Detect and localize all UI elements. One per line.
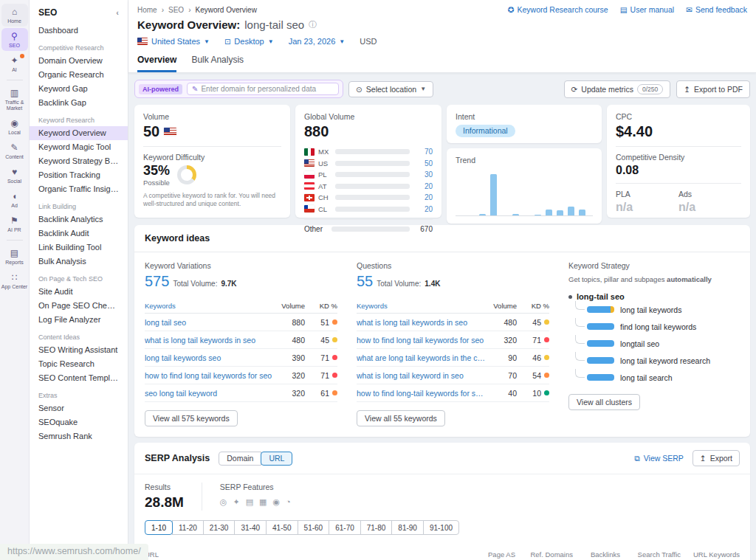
rail-item-ai[interactable]: ✦AI <box>1 52 28 75</box>
sidebar-item-position-tracking[interactable]: Position Tracking <box>30 168 128 182</box>
page-button-41-50[interactable]: 41-50 <box>266 520 298 535</box>
keyword-link[interactable]: what is long tail keyword in seo <box>357 371 486 380</box>
export-button[interactable]: ↥ Export <box>693 450 740 466</box>
view-all-keywords-button[interactable]: View all 55 keywords <box>357 410 445 426</box>
rail-item-reports[interactable]: ▤Reports <box>1 245 28 268</box>
sidebar-item-log-file-analyzer[interactable]: Log File Analyzer <box>30 313 128 327</box>
keyword-row: long tail seo88051 <box>145 314 337 331</box>
sidebar-item-organic-research[interactable]: Organic Research <box>30 68 128 82</box>
export-to-pdf-button[interactable]: ↥ Export to PDF <box>676 80 750 98</box>
cluster-item[interactable]: long tail keywords <box>575 301 740 318</box>
sidebar-item-seo-content-template[interactable]: SEO Content Template <box>30 371 128 385</box>
sidebar-item-seoquake[interactable]: SEOquake <box>30 415 128 429</box>
domain-url-toggle: DomainURL <box>219 452 292 466</box>
keyword-link[interactable]: seo long tail keyword <box>145 389 274 398</box>
chevron-down-icon: ▼ <box>339 38 345 45</box>
keyword-ideas-card: Keyword ideas Keyword Variations575Total… <box>134 225 750 437</box>
rail-item-ad[interactable]: ◖Ad <box>1 188 28 211</box>
keyword-link[interactable]: long tail seo <box>145 318 274 327</box>
sidebar-item-site-audit[interactable]: Site Audit <box>30 285 128 299</box>
sidebar-item-topic-research[interactable]: Topic Research <box>30 357 128 371</box>
rail-item-local[interactable]: ◉Local <box>1 115 28 138</box>
sidebar-item-backlink-analytics[interactable]: Backlink Analytics <box>30 212 128 227</box>
toggle-url[interactable]: URL <box>261 452 292 466</box>
results-block: Results 28.8M <box>145 483 202 511</box>
page-button-31-40[interactable]: 31-40 <box>234 520 267 535</box>
rail-item-seo[interactable]: ⚲SEO <box>1 28 28 51</box>
keyword-link[interactable]: what is long tail keywords in seo <box>357 318 486 327</box>
sidebar-item-keyword-overview[interactable]: Keyword Overview <box>30 126 128 140</box>
send-feedback-link[interactable]: ✉Send feedback <box>686 5 747 14</box>
domain-input[interactable] <box>201 85 334 93</box>
intent-badge: Informational <box>456 125 515 137</box>
sidebar-item-keyword-magic-tool[interactable]: Keyword Magic Tool <box>30 140 128 154</box>
page-button-11-20[interactable]: 11-20 <box>172 520 204 535</box>
help-links: ✪Keyword Research course▤User manual✉Sen… <box>508 5 747 14</box>
keyword-variations-section: Keyword Variations575Total Volume: 9.7KK… <box>145 261 337 426</box>
sidebar-item-backlink-audit[interactable]: Backlink Audit <box>30 227 128 241</box>
update-metrics-button[interactable]: ⟳ Update metrics 0/250 <box>564 80 671 98</box>
cluster-bar-icon <box>587 323 614 330</box>
toggle-domain[interactable]: Domain <box>219 452 261 466</box>
sidebar-item-link-building-tool[interactable]: Link Building Tool <box>30 241 128 255</box>
date-filter[interactable]: Jan 23, 2026▼ <box>289 37 346 46</box>
global-volume-row: CL20 <box>304 204 433 215</box>
rail-item-ai-pr[interactable]: ⚑AI PR <box>1 212 28 235</box>
rail-item-social[interactable]: ♥Social <box>1 164 28 187</box>
breadcrumb-item[interactable]: SEO <box>168 6 184 14</box>
sidebar-item-on-page-seo-checker[interactable]: On Page SEO Checker <box>30 299 128 313</box>
sidebar-item-dashboard[interactable]: Dashboard <box>30 24 128 38</box>
sidebar-item-keyword-gap[interactable]: Keyword Gap <box>30 82 128 96</box>
keyword-link[interactable]: long tail keywords seo <box>145 353 274 362</box>
sidebar-item-semrush-rank[interactable]: Semrush Rank <box>30 429 128 443</box>
page-button-61-70[interactable]: 61-70 <box>329 520 361 535</box>
select-location-dropdown[interactable]: ⊙ Select location ▼ <box>348 81 433 97</box>
page-button-1-10[interactable]: 1-10 <box>145 520 173 535</box>
keyword-link[interactable]: what is long tail keywords in seo <box>145 336 274 345</box>
page-button-71-80[interactable]: 71-80 <box>360 520 393 535</box>
page-button-21-30[interactable]: 21-30 <box>203 520 236 535</box>
sidebar-item-domain-overview[interactable]: Domain Overview <box>30 54 128 68</box>
tab-bulk-analysis[interactable]: Bulk Analysis <box>191 55 244 72</box>
rail-item-app-center[interactable]: ∷App Center <box>1 269 28 292</box>
page-button-91-100[interactable]: 91-100 <box>423 520 459 535</box>
rail-item-label: Home <box>7 18 21 24</box>
sidebar-item-seo-writing-assistant[interactable]: SEO Writing Assistant <box>30 343 128 357</box>
view-all-keywords-button[interactable]: View all 575 keywords <box>145 410 238 426</box>
breadcrumb-item[interactable]: Home <box>137 6 157 14</box>
us-flag-icon <box>304 159 315 167</box>
sidebar-item-sensor[interactable]: Sensor <box>30 401 128 415</box>
collapse-sidebar-button[interactable]: ‹ <box>116 8 119 17</box>
cluster-item[interactable]: longtail seo <box>575 335 740 352</box>
sidebar-section-heading: On Page & Tech SEO <box>30 269 128 285</box>
trend-label: Trend <box>456 156 593 165</box>
cluster-item[interactable]: find long tail keywords <box>575 318 740 335</box>
sidebar-item-backlink-gap[interactable]: Backlink Gap <box>30 96 128 110</box>
view-all-clusters-button[interactable]: View all clusters <box>568 394 640 410</box>
cluster-item[interactable]: long tail search <box>575 369 740 386</box>
sidebar-item-bulk-analysis[interactable]: Bulk Analysis <box>30 255 128 269</box>
rail-item-home[interactable]: ⌂Home <box>1 4 28 27</box>
keyword-row: how to find long-tail keywords for saas … <box>357 384 549 402</box>
user-manual-link[interactable]: ▤User manual <box>620 5 674 14</box>
sidebar-item-organic-traffic-insights[interactable]: Organic Traffic Insights <box>30 182 128 196</box>
device-filter[interactable]: ⊡ Desktop▼ <box>224 37 274 46</box>
keyword-link[interactable]: how to find long tail keywords for seo <box>357 336 486 345</box>
cluster-bar-icon <box>587 374 614 381</box>
view-serp-link[interactable]: ⧉ View SERP <box>634 454 684 463</box>
page-button-51-60[interactable]: 51-60 <box>298 520 330 535</box>
keyword-link[interactable]: how to find long tail keywords for seo <box>145 371 274 380</box>
cluster-item[interactable]: long tail keyword research <box>575 352 740 369</box>
tree-connector <box>575 318 585 327</box>
page-button-81-90[interactable]: 81-90 <box>391 520 424 535</box>
rail-item-traffic-market[interactable]: ▥Traffic & Market <box>1 85 28 114</box>
keyword-link[interactable]: what are long tail keywords in the conte… <box>357 353 486 362</box>
breadcrumb-item[interactable]: Keyword Overview <box>196 6 257 14</box>
keyword-link[interactable]: how to find long-tail keywords for saas … <box>357 389 486 398</box>
info-icon[interactable]: ⓘ <box>309 19 317 30</box>
rail-item-content[interactable]: ✎Content <box>1 139 28 162</box>
tab-overview[interactable]: Overview <box>137 55 176 72</box>
course-link[interactable]: ✪Keyword Research course <box>508 5 608 14</box>
country-filter[interactable]: United States▼ <box>137 37 210 46</box>
sidebar-item-keyword-strategy-builder[interactable]: Keyword Strategy Builder <box>30 154 128 168</box>
